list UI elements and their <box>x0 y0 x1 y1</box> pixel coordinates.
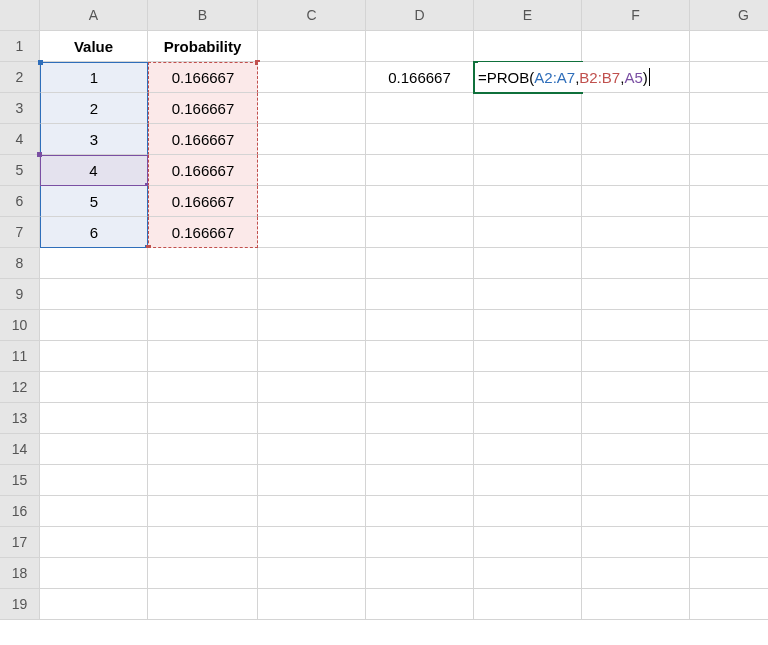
cell-E9[interactable] <box>474 279 582 310</box>
cell-F15[interactable] <box>582 465 690 496</box>
cell-E12[interactable] <box>474 372 582 403</box>
cell-D16[interactable] <box>366 496 474 527</box>
cell-F14[interactable] <box>582 434 690 465</box>
cell-C15[interactable] <box>258 465 366 496</box>
cell-G16[interactable] <box>690 496 768 527</box>
cell-D13[interactable] <box>366 403 474 434</box>
col-header-D[interactable]: D <box>366 0 474 31</box>
cell-G7[interactable] <box>690 217 768 248</box>
cell-A9[interactable] <box>40 279 148 310</box>
cell-A11[interactable] <box>40 341 148 372</box>
col-header-E[interactable]: E <box>474 0 582 31</box>
cell-G13[interactable] <box>690 403 768 434</box>
cell-F12[interactable] <box>582 372 690 403</box>
cell-E4[interactable] <box>474 124 582 155</box>
cell-A19[interactable] <box>40 589 148 620</box>
row-header-3[interactable]: 3 <box>0 93 40 124</box>
cell-F18[interactable] <box>582 558 690 589</box>
cell-F1[interactable] <box>582 31 690 62</box>
row-header-7[interactable]: 7 <box>0 217 40 248</box>
row-header-17[interactable]: 17 <box>0 527 40 558</box>
row-header-10[interactable]: 10 <box>0 310 40 341</box>
cell-B7[interactable]: 0.166667 <box>148 217 258 248</box>
cell-B1[interactable]: Probability <box>148 31 258 62</box>
cell-B5[interactable]: 0.166667 <box>148 155 258 186</box>
cell-F10[interactable] <box>582 310 690 341</box>
cell-E13[interactable] <box>474 403 582 434</box>
cell-D12[interactable] <box>366 372 474 403</box>
cell-F5[interactable] <box>582 155 690 186</box>
cell-D4[interactable] <box>366 124 474 155</box>
cell-A2[interactable]: 1 <box>40 62 148 93</box>
cell-B14[interactable] <box>148 434 258 465</box>
cell-D19[interactable] <box>366 589 474 620</box>
cell-B6[interactable]: 0.166667 <box>148 186 258 217</box>
cell-A6[interactable]: 5 <box>40 186 148 217</box>
cell-G1[interactable] <box>690 31 768 62</box>
cell-A12[interactable] <box>40 372 148 403</box>
cell-G15[interactable] <box>690 465 768 496</box>
cell-B3[interactable]: 0.166667 <box>148 93 258 124</box>
cell-D18[interactable] <box>366 558 474 589</box>
select-all-corner[interactable] <box>0 0 40 31</box>
cell-B12[interactable] <box>148 372 258 403</box>
cell-E16[interactable] <box>474 496 582 527</box>
cell-B8[interactable] <box>148 248 258 279</box>
cell-D8[interactable] <box>366 248 474 279</box>
cell-D7[interactable] <box>366 217 474 248</box>
cell-E10[interactable] <box>474 310 582 341</box>
cell-A13[interactable] <box>40 403 148 434</box>
cell-F4[interactable] <box>582 124 690 155</box>
row-header-11[interactable]: 11 <box>0 341 40 372</box>
cell-B18[interactable] <box>148 558 258 589</box>
cell-D5[interactable] <box>366 155 474 186</box>
cell-A14[interactable] <box>40 434 148 465</box>
cell-E8[interactable] <box>474 248 582 279</box>
cell-C11[interactable] <box>258 341 366 372</box>
cell-B16[interactable] <box>148 496 258 527</box>
cell-E3[interactable] <box>474 93 582 124</box>
cell-C8[interactable] <box>258 248 366 279</box>
col-header-F[interactable]: F <box>582 0 690 31</box>
formula-editor[interactable]: =PROB(A2:A7, B2:B7, A5) <box>478 62 654 92</box>
cell-F16[interactable] <box>582 496 690 527</box>
cell-C13[interactable] <box>258 403 366 434</box>
cell-E18[interactable] <box>474 558 582 589</box>
cell-C3[interactable] <box>258 93 366 124</box>
cell-A17[interactable] <box>40 527 148 558</box>
cell-E17[interactable] <box>474 527 582 558</box>
cell-D1[interactable] <box>366 31 474 62</box>
cell-G9[interactable] <box>690 279 768 310</box>
cell-B15[interactable] <box>148 465 258 496</box>
row-header-2[interactable]: 2 <box>0 62 40 93</box>
cell-F6[interactable] <box>582 186 690 217</box>
col-header-A[interactable]: A <box>40 0 148 31</box>
cell-C12[interactable] <box>258 372 366 403</box>
cell-A7[interactable]: 6 <box>40 217 148 248</box>
cell-G10[interactable] <box>690 310 768 341</box>
cell-F8[interactable] <box>582 248 690 279</box>
cell-G2[interactable] <box>690 62 768 93</box>
cell-C16[interactable] <box>258 496 366 527</box>
row-header-19[interactable]: 19 <box>0 589 40 620</box>
cell-G19[interactable] <box>690 589 768 620</box>
cell-B13[interactable] <box>148 403 258 434</box>
cell-E5[interactable] <box>474 155 582 186</box>
cell-A1[interactable]: Value <box>40 31 148 62</box>
cell-D14[interactable] <box>366 434 474 465</box>
cell-E11[interactable] <box>474 341 582 372</box>
cell-G3[interactable] <box>690 93 768 124</box>
cell-C5[interactable] <box>258 155 366 186</box>
cell-C19[interactable] <box>258 589 366 620</box>
cell-A10[interactable] <box>40 310 148 341</box>
cell-F13[interactable] <box>582 403 690 434</box>
cell-D3[interactable] <box>366 93 474 124</box>
cell-G8[interactable] <box>690 248 768 279</box>
cell-B10[interactable] <box>148 310 258 341</box>
row-header-18[interactable]: 18 <box>0 558 40 589</box>
spreadsheet-grid[interactable]: A B C D E F G 1 Value Probability 2 1 0.… <box>0 0 768 620</box>
cell-C18[interactable] <box>258 558 366 589</box>
cell-G4[interactable] <box>690 124 768 155</box>
cell-F11[interactable] <box>582 341 690 372</box>
row-header-5[interactable]: 5 <box>0 155 40 186</box>
